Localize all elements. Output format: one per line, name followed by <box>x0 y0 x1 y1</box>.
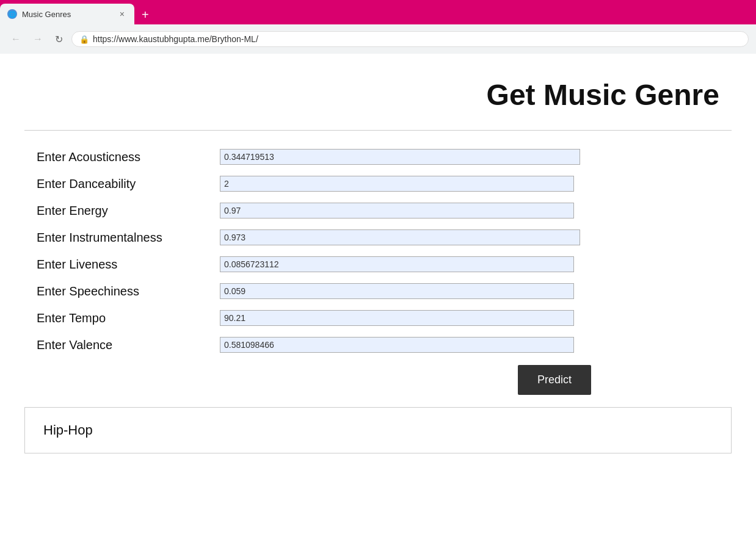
address-bar-input[interactable] <box>93 34 741 44</box>
label-tempo: Enter Tempo <box>37 311 220 325</box>
label-valence: Enter Valence <box>37 338 220 352</box>
label-acousticness: Enter Acousticness <box>37 150 220 164</box>
divider <box>24 130 732 131</box>
refresh-button[interactable]: ↻ <box>51 31 67 48</box>
form-section: Enter Acousticness Enter Danceability En… <box>24 149 732 353</box>
tab-close-button[interactable]: × <box>117 8 127 20</box>
label-energy: Enter Energy <box>37 204 220 218</box>
form-row-tempo: Enter Tempo <box>37 310 719 326</box>
address-bar-row: ← → ↻ 🔒 <box>0 24 756 54</box>
browser-chrome: 🌐 Music Genres × + ← → ↻ 🔒 <box>0 0 756 54</box>
predict-row: Predict <box>24 365 732 395</box>
form-row-valence: Enter Valence <box>37 337 719 353</box>
address-bar-container: 🔒 <box>71 31 749 47</box>
form-row-energy: Enter Energy <box>37 203 719 218</box>
input-speechiness[interactable] <box>220 283 574 299</box>
input-danceability[interactable] <box>220 176 574 192</box>
lock-icon: 🔒 <box>79 35 89 44</box>
predict-button[interactable]: Predict <box>518 365 591 395</box>
label-danceability: Enter Danceability <box>37 177 220 191</box>
input-tempo[interactable] <box>220 310 574 326</box>
label-speechiness: Enter Speechiness <box>37 284 220 298</box>
tab-favicon: 🌐 <box>7 9 17 19</box>
form-row-danceability: Enter Danceability <box>37 176 719 192</box>
page-content: Get Music Genre Enter Acousticness Enter… <box>0 54 756 502</box>
new-tab-button[interactable]: + <box>134 8 156 22</box>
forward-button[interactable]: → <box>29 31 46 47</box>
form-row-instrumentalness: Enter Instrumentalness <box>37 229 719 245</box>
page-title: Get Music Genre <box>24 78 732 112</box>
label-instrumentalness: Enter Instrumentalness <box>37 231 220 245</box>
input-energy[interactable] <box>220 203 574 218</box>
input-valence[interactable] <box>220 337 574 353</box>
form-row-acousticness: Enter Acousticness <box>37 149 719 165</box>
label-liveness: Enter Liveness <box>37 258 220 272</box>
input-instrumentalness[interactable] <box>220 229 580 245</box>
result-section: Hip-Hop <box>24 407 732 453</box>
input-liveness[interactable] <box>220 256 574 272</box>
form-row-speechiness: Enter Speechiness <box>37 283 719 299</box>
back-button[interactable]: ← <box>7 31 24 47</box>
tab-title: Music Genres <box>22 10 112 19</box>
input-acousticness[interactable] <box>220 149 580 165</box>
tab-bar: 🌐 Music Genres × + <box>0 0 756 24</box>
form-row-liveness: Enter Liveness <box>37 256 719 272</box>
active-tab[interactable]: 🌐 Music Genres × <box>0 4 134 24</box>
result-text: Hip-Hop <box>43 422 93 438</box>
